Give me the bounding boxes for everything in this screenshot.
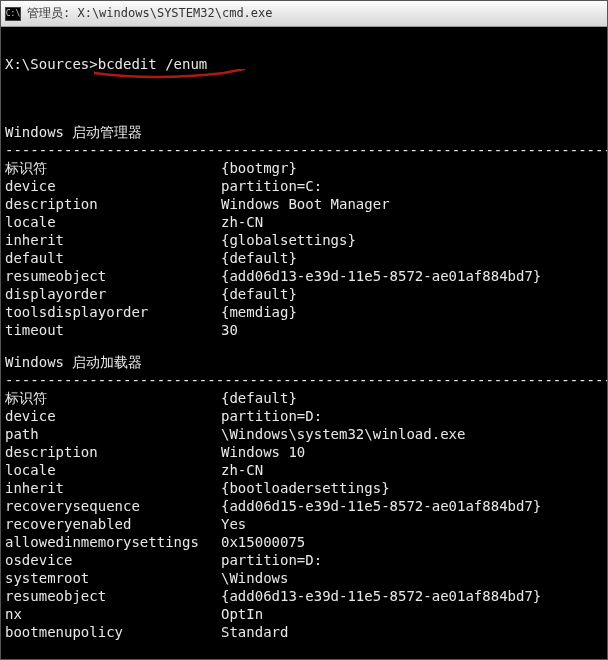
- output-key: inherit: [5, 231, 221, 249]
- output-key: path: [5, 425, 221, 443]
- output-row: allowedinmemorysettings0x15000075: [5, 533, 607, 551]
- output-value: {add06d13-e39d-11e5-8572-ae01af884bd7}: [221, 267, 541, 285]
- output-row: descriptionWindows 10: [5, 443, 607, 461]
- output-row: recoveryenabledYes: [5, 515, 607, 533]
- output-value: \Windows: [221, 569, 288, 587]
- window-title: 管理员: X:\windows\SYSTEM32\cmd.exe: [27, 5, 273, 22]
- output-value: partition=D:: [221, 407, 322, 425]
- output-key: 标识符: [5, 389, 221, 407]
- output-key: osdevice: [5, 551, 221, 569]
- output-value: {add06d15-e39d-11e5-8572-ae01af884bd7}: [221, 497, 541, 515]
- window-title-bar[interactable]: C:\ 管理员: X:\windows\SYSTEM32\cmd.exe: [1, 1, 607, 27]
- section-header: Windows 启动管理器: [5, 123, 607, 141]
- output-value: Windows 10: [221, 443, 305, 461]
- output-key: inherit: [5, 479, 221, 497]
- output-row: resumeobject{add06d13-e39d-11e5-8572-ae0…: [5, 587, 607, 605]
- output-value: {bootloadersettings}: [221, 479, 390, 497]
- output-key: resumeobject: [5, 587, 221, 605]
- output-key: resumeobject: [5, 267, 221, 285]
- output-row: devicepartition=D:: [5, 407, 607, 425]
- output-value: 0x15000075: [221, 533, 305, 551]
- output-row: inherit{globalsettings}: [5, 231, 607, 249]
- output-value: {default}: [221, 285, 297, 303]
- output-value: {globalsettings}: [221, 231, 356, 249]
- cmd-icon: C:\: [5, 7, 21, 21]
- output-value: {add06d13-e39d-11e5-8572-ae01af884bd7}: [221, 587, 541, 605]
- section-header: Windows 启动加载器: [5, 353, 607, 371]
- output-value: zh-CN: [221, 461, 263, 479]
- output-key: description: [5, 443, 221, 461]
- output-key: locale: [5, 213, 221, 231]
- section-divider: ----------------------------------------…: [5, 371, 607, 389]
- output-key: systemroot: [5, 569, 221, 587]
- output-key: recoveryenabled: [5, 515, 221, 533]
- output-row: 标识符{default}: [5, 389, 607, 407]
- output-value: \Windows\system32\winload.exe: [221, 425, 465, 443]
- output-value: Windows Boot Manager: [221, 195, 390, 213]
- output-key: bootmenupolicy: [5, 623, 221, 641]
- output-key: recoverysequence: [5, 497, 221, 515]
- output-key: 标识符: [5, 159, 221, 177]
- output-row: 标识符{bootmgr}: [5, 159, 607, 177]
- output-value: partition=C:: [221, 177, 322, 195]
- output-row: systemroot\Windows: [5, 569, 607, 587]
- output-key: device: [5, 407, 221, 425]
- output-value: Standard: [221, 623, 288, 641]
- output-value: partition=D:: [221, 551, 322, 569]
- output-value: 30: [221, 321, 238, 339]
- output-key: timeout: [5, 321, 221, 339]
- prompt-path: X:\Sources>: [5, 56, 98, 72]
- output-value: zh-CN: [221, 213, 263, 231]
- output-value: Yes: [221, 515, 246, 533]
- output-key: device: [5, 177, 221, 195]
- output-row: nxOptIn: [5, 605, 607, 623]
- output-row: devicepartition=C:: [5, 177, 607, 195]
- output-row: inherit{bootloadersettings}: [5, 479, 607, 497]
- output-key: allowedinmemorysettings: [5, 533, 221, 551]
- output-row: path\Windows\system32\winload.exe: [5, 425, 607, 443]
- output-value: {default}: [221, 249, 297, 267]
- terminal-output[interactable]: X:\Sources>bcdedit /enum Windows 启动管理器--…: [1, 27, 607, 659]
- output-value: {bootmgr}: [221, 159, 297, 177]
- output-row: timeout30: [5, 321, 607, 339]
- output-row: osdevicepartition=D:: [5, 551, 607, 569]
- output-key: displayorder: [5, 285, 221, 303]
- prompt-command: bcdedit /enum: [98, 56, 208, 72]
- output-row: bootmenupolicyStandard: [5, 623, 607, 641]
- output-key: toolsdisplayorder: [5, 303, 221, 321]
- output-row: localezh-CN: [5, 213, 607, 231]
- output-value: {default}: [221, 389, 297, 407]
- output-value: OptIn: [221, 605, 263, 623]
- section-divider: ----------------------------------------…: [5, 141, 607, 159]
- prompt-line: X:\Sources>bcdedit /enum: [5, 55, 607, 73]
- output-row: recoverysequence{add06d15-e39d-11e5-8572…: [5, 497, 607, 515]
- output-key: default: [5, 249, 221, 267]
- output-row: localezh-CN: [5, 461, 607, 479]
- output-key: locale: [5, 461, 221, 479]
- output-row: default{default}: [5, 249, 607, 267]
- output-row: descriptionWindows Boot Manager: [5, 195, 607, 213]
- output-key: nx: [5, 605, 221, 623]
- output-value: {memdiag}: [221, 303, 297, 321]
- output-key: description: [5, 195, 221, 213]
- output-row: displayorder{default}: [5, 285, 607, 303]
- output-row: resumeobject{add06d13-e39d-11e5-8572-ae0…: [5, 267, 607, 285]
- output-row: toolsdisplayorder{memdiag}: [5, 303, 607, 321]
